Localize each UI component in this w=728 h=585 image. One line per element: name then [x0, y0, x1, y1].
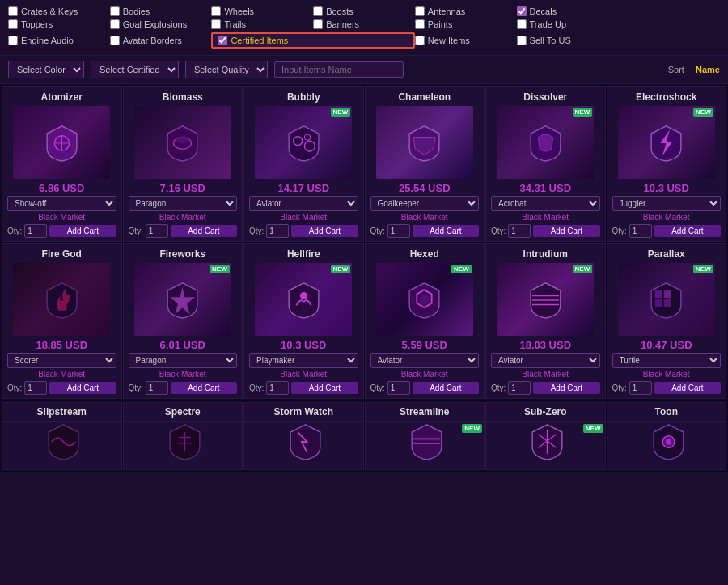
- items-name-input[interactable]: [274, 61, 404, 78]
- certified-select[interactable]: Select Certified: [91, 61, 179, 78]
- add-cart-button[interactable]: Add Cart: [291, 382, 358, 394]
- qty-input[interactable]: [266, 224, 289, 238]
- qty-input[interactable]: [508, 224, 531, 238]
- filter-certified[interactable]: Certified Items: [218, 36, 408, 45]
- filter-avatarborders-checkbox[interactable]: [110, 36, 120, 45]
- new-badge: NEW: [693, 108, 713, 117]
- filter-banners[interactable]: Banners: [313, 19, 415, 29]
- filter-crates[interactable]: Crates & Keys: [8, 6, 110, 16]
- cert-select[interactable]: Paragon: [129, 353, 238, 368]
- filter-tradeup-checkbox[interactable]: [517, 19, 527, 29]
- filter-decals-label: Decals: [530, 6, 557, 16]
- item-image: NEW: [497, 106, 594, 179]
- qty-input[interactable]: [387, 381, 410, 395]
- qty-input[interactable]: [629, 224, 652, 238]
- svg-rect-10: [655, 299, 662, 307]
- cert-select[interactable]: Show-off: [7, 196, 116, 211]
- filter-boosts[interactable]: Boosts: [313, 6, 415, 16]
- filter-antennas[interactable]: Antennas: [415, 6, 517, 16]
- add-cart-button[interactable]: Add Cart: [171, 225, 237, 237]
- filter-wheels-label: Wheels: [224, 6, 254, 16]
- add-cart-button[interactable]: Add Cart: [49, 382, 116, 394]
- filter-decals[interactable]: Decals: [517, 6, 619, 16]
- item-name: Intrudium: [523, 248, 568, 260]
- new-badge: NEW: [331, 265, 351, 273]
- filter-bodies[interactable]: Bodies: [110, 6, 212, 16]
- color-select[interactable]: Select Color: [8, 61, 84, 78]
- filter-tradeup[interactable]: Trade Up: [517, 19, 619, 29]
- filter-wheels[interactable]: Wheels: [211, 6, 313, 16]
- qty-input[interactable]: [146, 224, 168, 238]
- qty-label: Qty:: [7, 227, 22, 235]
- item-name: Hexed: [410, 248, 439, 260]
- qty-input[interactable]: [24, 224, 47, 238]
- add-cart-button[interactable]: Add Cart: [171, 382, 237, 394]
- qty-cart: Qty: Add Cart: [129, 224, 238, 238]
- cert-select[interactable]: Aviator: [491, 353, 600, 368]
- filter-newitems-label: New Items: [428, 36, 470, 45]
- filter-decals-checkbox[interactable]: [517, 6, 527, 16]
- qty-cart: Qty: Add Cart: [491, 224, 600, 238]
- qty-input[interactable]: [629, 381, 652, 395]
- filter-goalexplosions-checkbox[interactable]: [110, 19, 120, 29]
- filter-crates-label: Crates & Keys: [21, 6, 78, 16]
- item-rarity: Black Market: [401, 213, 448, 222]
- cert-select[interactable]: Scorer: [7, 353, 116, 368]
- cert-select[interactable]: Aviator: [249, 196, 358, 211]
- qty-label: Qty:: [370, 384, 385, 392]
- item-image: NEW: [255, 106, 352, 179]
- item-rarity: Black Market: [522, 370, 569, 379]
- filter-engineaudio[interactable]: Engine Audio: [8, 32, 110, 49]
- add-cart-button[interactable]: Add Cart: [413, 225, 479, 237]
- filter-newitems[interactable]: New Items: [415, 32, 517, 49]
- filter-crates-checkbox[interactable]: [8, 6, 18, 16]
- quality-select[interactable]: Select Quality: [185, 61, 268, 78]
- qty-cart: Qty: Add Cart: [249, 381, 358, 395]
- filter-paints-checkbox[interactable]: [415, 19, 425, 29]
- filter-antennas-checkbox[interactable]: [415, 6, 425, 16]
- add-cart-button[interactable]: Add Cart: [413, 382, 479, 394]
- filter-newitems-checkbox[interactable]: [415, 36, 425, 45]
- filter-wheels-checkbox[interactable]: [211, 6, 221, 16]
- cert-select[interactable]: Turtle: [612, 353, 722, 368]
- add-cart-button[interactable]: Add Cart: [533, 382, 599, 394]
- add-cart-button[interactable]: Add Cart: [291, 225, 358, 237]
- qty-input[interactable]: [266, 381, 289, 395]
- filter-certified-checkbox[interactable]: [218, 36, 227, 45]
- add-cart-button[interactable]: Add Cart: [533, 225, 599, 237]
- filter-engineaudio-checkbox[interactable]: [8, 36, 18, 45]
- qty-input[interactable]: [146, 381, 168, 395]
- qty-cart: Qty: Add Cart: [370, 381, 480, 395]
- filter-certified-box[interactable]: Certified Items: [211, 32, 414, 49]
- filter-toppers[interactable]: Toppers: [8, 19, 110, 29]
- add-cart-button[interactable]: Add Cart: [49, 225, 116, 237]
- filter-sellto-checkbox[interactable]: [517, 36, 527, 45]
- sort-label: Sort :: [668, 65, 689, 74]
- cert-select[interactable]: Paragon: [129, 196, 238, 211]
- add-cart-button[interactable]: Add Cart: [654, 225, 721, 237]
- cert-select[interactable]: Aviator: [370, 353, 480, 368]
- qty-input[interactable]: [24, 381, 47, 395]
- filter-trails[interactable]: Trails: [211, 19, 313, 29]
- filter-boosts-checkbox[interactable]: [313, 6, 323, 16]
- cert-select[interactable]: Acrobat: [491, 196, 600, 211]
- qty-input[interactable]: [508, 381, 531, 395]
- item-price: 7.16 USD: [160, 182, 205, 194]
- filter-toppers-checkbox[interactable]: [8, 19, 18, 29]
- filter-trails-checkbox[interactable]: [211, 19, 221, 29]
- item-card-intrudium: Intrudium NEW 18.03 USD Aviator Black Ma…: [485, 243, 606, 399]
- filter-goalexplosions[interactable]: Goal Explosions: [110, 19, 212, 29]
- cert-select[interactable]: Playmaker: [249, 353, 358, 368]
- add-cart-button[interactable]: Add Cart: [654, 382, 721, 394]
- filter-sellto[interactable]: Sell To US: [517, 32, 619, 49]
- bottom-item-image-toon: [607, 422, 727, 470]
- cert-select[interactable]: Goalkeeper: [370, 196, 480, 211]
- item-price: 34.31 USD: [519, 182, 571, 194]
- cert-select[interactable]: Juggler: [612, 196, 722, 211]
- filter-bodies-checkbox[interactable]: [110, 6, 120, 16]
- qty-input[interactable]: [387, 224, 410, 238]
- filter-paints[interactable]: Paints: [415, 19, 517, 29]
- item-card-dissolver: Dissolver NEW 34.31 USD Acrobat Black Ma…: [485, 86, 606, 242]
- filter-banners-checkbox[interactable]: [313, 19, 323, 29]
- filter-avatarborders[interactable]: Avatar Borders: [110, 32, 212, 49]
